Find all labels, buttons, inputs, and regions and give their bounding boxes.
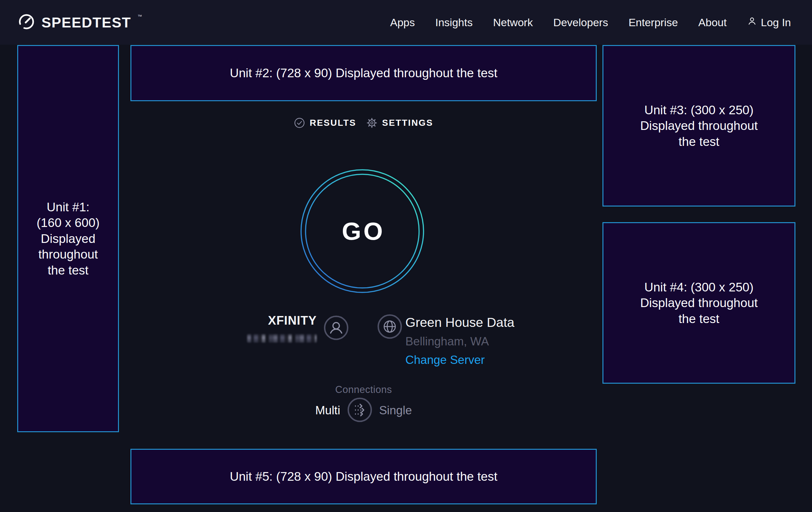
speedtest-logo[interactable]: SPEEDTEST ™ [17,12,142,32]
user-icon [747,16,757,29]
go-button[interactable]: GO [300,169,425,293]
main-nav: Apps Insights Network Developers Enterpr… [390,16,791,29]
change-server-link[interactable]: Change Server [405,354,485,366]
provider-name: XFINITY [268,315,317,327]
user-avatar-icon [324,315,349,342]
provider-info: XFINITY [247,315,349,343]
ad-unit-4[interactable]: Unit #4: (300 x 250) Displayed throughou… [603,222,795,384]
tab-settings[interactable]: SETTINGS [367,117,433,128]
connections-toggle[interactable] [347,397,372,424]
connections-single-option[interactable]: Single [379,404,412,417]
gear-icon [367,117,377,128]
tab-results-label: RESULTS [310,118,356,128]
trademark-mark: ™ [138,14,142,19]
nav-item-network[interactable]: Network [493,16,533,29]
nav-item-apps[interactable]: Apps [390,16,415,29]
server-info: Green House Data Bellingham, WA Change S… [377,314,515,366]
view-tabs: RESULTS [130,117,597,128]
ad-unit-5[interactable]: Unit #5: (728 x 90) Displayed throughout… [130,449,597,504]
server-name: Green House Data [405,316,515,329]
nav-item-enterprise[interactable]: Enterprise [629,16,678,29]
redacted-ip [247,334,317,343]
connections-row: Multi Single [130,397,597,424]
provider-text: XFINITY [247,315,317,343]
tab-results[interactable]: RESULTS [294,117,356,128]
nav-item-developers[interactable]: Developers [553,16,608,29]
check-circle-icon [294,117,305,128]
go-label: GO [300,169,425,293]
nav-item-insights[interactable]: Insights [435,16,473,29]
gauge-icon [17,12,36,32]
ad-unit-1[interactable]: Unit #1: (160 x 600) Displayed throughou… [17,45,119,432]
ad-unit-2[interactable]: Unit #2: (728 x 90) Displayed throughout… [130,45,597,101]
multi-connection-arrows-icon [347,397,372,424]
connections-label: Connections [130,384,597,396]
login-label: Log In [761,16,791,29]
server-location: Bellingham, WA [405,335,489,347]
brand-name: SPEEDTEST [41,15,131,30]
nav-item-about[interactable]: About [698,16,727,29]
ad-unit-3[interactable]: Unit #3: (300 x 250) Displayed throughou… [603,45,795,207]
connections-multi-option[interactable]: Multi [315,404,340,417]
server-text: Green House Data Bellingham, WA Change S… [405,316,515,366]
login-button[interactable]: Log In [747,16,791,29]
top-nav-bar: SPEEDTEST ™ Apps Insights Network Develo… [0,0,812,45]
globe-icon [377,314,402,340]
tab-settings-label: SETTINGS [382,118,433,128]
speedtest-page: SPEEDTEST ™ Apps Insights Network Develo… [0,0,812,512]
